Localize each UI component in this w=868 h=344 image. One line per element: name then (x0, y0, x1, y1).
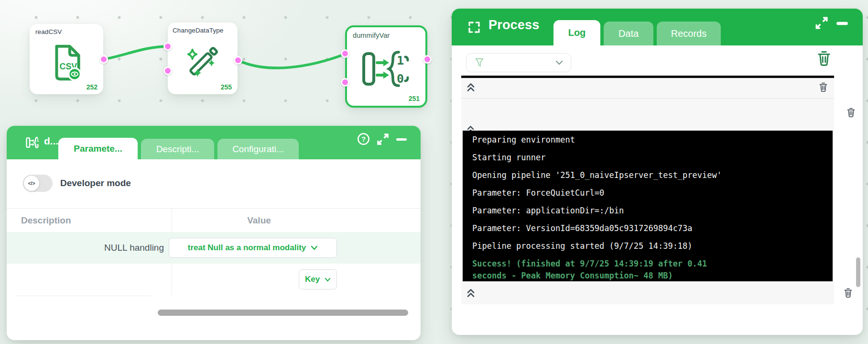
node-label: dummifyVar (353, 32, 390, 39)
port-changedatatype-input-bottom[interactable] (163, 67, 172, 75)
process-panel: Process Log Data Records (452, 9, 863, 335)
port-changedatatype-output[interactable] (234, 56, 242, 65)
node-count: 255 (221, 83, 232, 91)
collapse-icon[interactable] (466, 288, 476, 299)
delete-entry-trash-icon[interactable] (843, 287, 853, 298)
edge-changedatatype-dummifyvar[interactable] (238, 54, 345, 68)
entry-divider (461, 98, 834, 99)
node-changedatatype[interactable]: ChangeDataType 255 (168, 22, 238, 94)
developer-mode-toggle[interactable]: </> (23, 175, 53, 192)
console-line: Preparing environment (472, 134, 823, 146)
row-divider (16, 296, 151, 296)
chevron-down-icon (555, 60, 563, 65)
log-console: Preparing environment Starting runner Op… (463, 131, 833, 281)
developer-mode-label: Developer mode (60, 178, 131, 189)
param-description: NULL handling (7, 243, 172, 253)
parameters-table: Description Value NULL handling treat Nu… (7, 208, 421, 296)
log-filter-select[interactable] (466, 53, 571, 72)
node-label: ChangeDataType (173, 27, 223, 34)
process-cycle-icon (466, 19, 482, 35)
tab-log[interactable]: Log (553, 20, 600, 45)
log-area: 7/9/25, 5:39 PM : Computing preview data… (461, 78, 834, 304)
help-icon[interactable]: ? (357, 133, 370, 145)
port-changedatatype-input-top[interactable] (163, 42, 172, 51)
node-count: 252 (87, 83, 98, 91)
collapse-icon[interactable] (466, 82, 476, 93)
node-dummifyvar[interactable]: dummifyVar 1 0 251 (345, 25, 427, 108)
clear-log-trash-icon[interactable] (816, 49, 832, 67)
minimize-icon[interactable] (396, 133, 407, 145)
log-toolbar (452, 45, 863, 77)
column-header-description: Description (7, 215, 172, 226)
panel-title: Process (488, 18, 539, 33)
console-line: Pipeline processing started (9/7/25 14:3… (472, 240, 823, 252)
csv-file-icon: CSV (48, 43, 85, 82)
node-readcsv[interactable]: readCSV CSV 252 (30, 24, 103, 94)
table-row: of the new (dummy) variables Key (7, 264, 421, 296)
process-panel-header: Process Log Data Records (452, 9, 863, 45)
table-row: NULL handling treat Null as a normal mod… (7, 232, 421, 264)
port-readcsv-output[interactable] (99, 55, 108, 64)
port-dummifyvar-input-top[interactable] (341, 49, 349, 58)
svg-text:1: 1 (397, 54, 404, 67)
delete-entry-trash-icon[interactable] (818, 81, 828, 92)
null-handling-dropdown[interactable]: treat Null as a normal modality (169, 238, 337, 258)
port-dummifyvar-output[interactable] (423, 55, 432, 64)
chevron-down-icon (311, 245, 318, 250)
svg-text:0: 0 (36, 144, 39, 148)
node-label: readCSV (35, 28, 62, 35)
console-line: Starting runner (472, 152, 823, 164)
key-dropdown[interactable]: Key (299, 269, 337, 289)
svg-text:0: 0 (397, 72, 404, 86)
svg-text:?: ? (361, 135, 366, 143)
panel-title: d... (44, 135, 58, 147)
parameters-panel-header: 1 0 d... Paramete... Descripti... Config… (7, 126, 421, 159)
expand-icon[interactable] (815, 16, 828, 30)
funnel-icon (474, 57, 485, 68)
console-line: Parameter: applicationDir=:/bin (472, 205, 823, 217)
vertical-scrollbar[interactable] (856, 257, 860, 287)
edge-readcsv-changedatatype[interactable] (104, 46, 168, 59)
console-line: Parameter: ForceQuietCurl=0 (472, 187, 823, 199)
log-entry-collapsed (461, 78, 834, 97)
console-line-success: Success! (finished at 9/7/25 14:39:19 af… (472, 258, 823, 281)
horizontal-scrollbar[interactable] (158, 310, 408, 316)
code-icon: </> (24, 176, 39, 191)
node-count: 251 (409, 95, 420, 102)
tab-data[interactable]: Data (604, 22, 653, 45)
tab-configuration[interactable]: Configurati... (217, 139, 299, 159)
console-line: Parameter: VersionId=68359da05c931726989… (472, 222, 823, 234)
column-header-value: Value (172, 215, 347, 226)
log-entry-footer (461, 284, 834, 303)
magic-wand-icon (182, 42, 223, 83)
expand-icon[interactable] (377, 133, 389, 145)
tab-parameters[interactable]: Paramete... (58, 138, 138, 159)
tab-description[interactable]: Descripti... (141, 139, 214, 159)
chevron-down-icon (325, 277, 331, 282)
dummify-icon: 1 0 (361, 50, 411, 88)
svg-text:1: 1 (36, 138, 39, 143)
delete-entry-trash-icon[interactable] (846, 107, 856, 118)
minimize-icon[interactable] (836, 16, 848, 30)
port-dummifyvar-input-bottom[interactable] (341, 78, 349, 87)
console-line: Opening pipeline '251_0_naiveIpserver_te… (472, 169, 823, 181)
tab-records[interactable]: Records (657, 22, 721, 45)
parameters-panel: 1 0 d... Paramete... Descripti... Config… (7, 126, 421, 340)
dummify-icon: 1 0 (26, 136, 41, 149)
